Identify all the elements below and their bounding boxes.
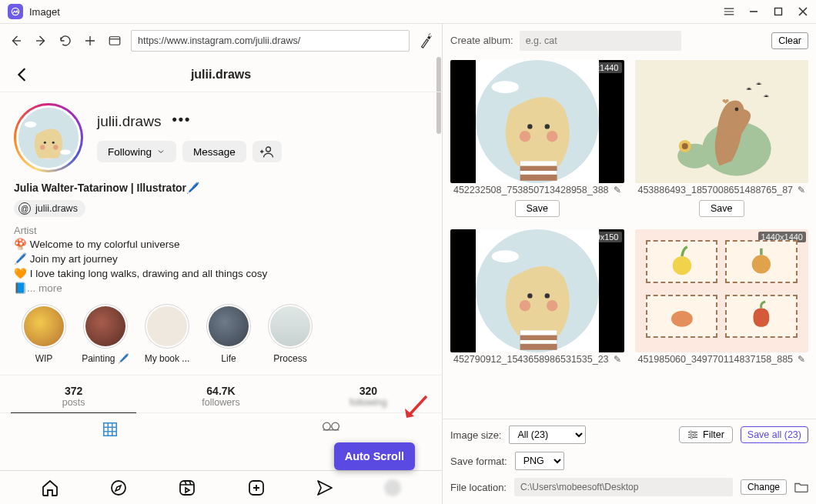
auto-scroll-button[interactable]: Auto Scroll [334,442,415,470]
window-close-icon[interactable] [798,6,808,17]
ig-stats-row: 372 posts 64.7K followers 320 following [0,375,442,413]
svg-rect-2 [109,36,120,45]
svg-point-5 [44,142,46,144]
save-all-label: Save all (23) [747,429,801,440]
save-button[interactable]: Save [515,200,560,217]
home-icon[interactable] [41,479,59,497]
ig-page-header: julii.draws [0,57,442,92]
edit-name-icon[interactable]: ✎ [798,354,805,365]
highlight-item[interactable]: WIP [17,304,71,364]
ig-options-icon[interactable]: ••• [172,112,191,128]
stat-followers[interactable]: 64.7K followers [147,375,294,412]
annotation-arrow-icon [400,393,431,424]
stat-posts[interactable]: 372 posts [0,375,147,412]
stat-number: 64.7K [147,385,294,397]
add-person-icon [260,145,274,158]
hamburger-menu-icon[interactable] [724,6,734,17]
svg-rect-27 [520,161,557,165]
svg-rect-1 [775,8,782,15]
gallery-card[interactable]: 1440x1440 451985060_349770114837158_885 … [635,229,809,365]
highlight-item[interactable]: Life [202,304,256,364]
svg-point-24 [547,131,557,142]
stat-label: followers [147,397,294,408]
chevron-down-icon [156,147,166,156]
ig-story-ring[interactable] [14,103,83,172]
highlight-item[interactable]: Painting 🖊️ [79,304,132,364]
message-button[interactable]: Message [182,141,246,162]
highlight-label: Painting 🖊️ [82,353,129,364]
threads-link-pill[interactable]: @ julii.draws [14,200,85,217]
filter-button[interactable]: Filter [679,426,733,443]
highlight-label: Life [221,353,236,364]
svg-rect-28 [520,171,557,175]
threads-handle: julii.draws [35,203,78,214]
save-all-button[interactable]: Save all (23) [741,426,808,443]
highlight-label: My book ... [145,353,190,364]
change-label: Change [747,482,780,492]
following-button[interactable]: Following [97,141,176,162]
bio-more-link[interactable]: 📘... more [14,282,428,296]
grid-tab-icon[interactable] [102,421,119,438]
svg-text:❤: ❤ [721,97,728,106]
edit-name-icon[interactable]: ✎ [798,185,805,195]
svg-point-40 [520,300,530,311]
stat-number: 372 [0,385,147,397]
thumbnail-filename: 451985060_349770114837158_885 [637,354,793,365]
svg-point-8 [53,145,58,149]
downloader-pane: Create album: Clear 1440x1440 452232508_… [443,23,816,504]
clear-label: Clear [778,35,801,46]
app-logo-icon [8,4,23,19]
reels-tab-icon[interactable] [322,421,340,432]
svg-point-47 [752,255,771,273]
ig-profile-section: julii.draws ••• Following Message [0,92,442,375]
clear-button[interactable]: Clear [771,32,808,49]
gallery-card[interactable]: 1440x1440 ❤ 453886493_1857008651488765_8… [635,60,809,225]
create-icon[interactable] [247,479,266,497]
create-album-input[interactable] [520,31,681,51]
file-location-input[interactable] [514,478,733,496]
svg-rect-17 [180,481,194,495]
image-size-select[interactable]: All (23) [509,426,586,444]
svg-point-9 [25,122,37,128]
save-format-select[interactable]: PNG [515,452,564,470]
nav-forward-icon[interactable] [32,32,49,49]
edit-name-icon[interactable]: ✎ [614,185,621,195]
ig-back-icon[interactable] [14,66,31,83]
svg-point-49 [690,431,692,433]
file-location-label: File location: [450,482,507,493]
message-label: Message [193,146,236,158]
color-picker-icon[interactable] [416,31,435,50]
svg-point-21 [527,124,532,129]
edit-name-icon[interactable]: ✎ [614,354,621,365]
ig-avatar [16,105,81,170]
app-title: Imaget [29,6,60,18]
gallery-card[interactable]: 1440x1440 452232508_753850713428958_388 … [450,60,624,225]
change-location-button[interactable]: Change [741,479,787,495]
nav-back-icon[interactable] [8,32,25,49]
ig-category-label: Artist [14,225,428,236]
explore-icon[interactable] [109,479,128,497]
svg-point-32 [734,108,738,112]
svg-point-46 [672,256,691,275]
window-minimize-icon[interactable] [748,6,759,17]
ig-handle: julii.draws [97,113,161,130]
thumbnail-image [635,229,809,352]
nav-tabs-icon[interactable] [106,32,123,49]
url-input[interactable] [131,30,410,52]
highlight-item[interactable]: Process [263,304,317,364]
sliders-icon [687,430,698,439]
nav-newtab-icon[interactable] [82,32,99,49]
suggest-friends-button[interactable] [252,141,282,162]
window-maximize-icon[interactable] [773,6,784,17]
nav-refresh-icon[interactable] [57,32,74,49]
svg-point-42 [492,250,519,262]
bio-line: 🧡 I love taking long walks, drawing and … [14,267,428,282]
gallery-card[interactable]: 150x150 452790912_1543658986531535_23 ✎ [450,229,624,365]
reels-icon[interactable] [178,479,196,497]
messages-icon[interactable] [316,479,334,497]
highlight-item[interactable]: My book ... [140,304,194,364]
open-folder-icon[interactable] [794,480,808,494]
profile-avatar-icon[interactable] [384,479,401,496]
filter-label: Filter [703,429,724,440]
save-button[interactable]: Save [699,200,744,217]
